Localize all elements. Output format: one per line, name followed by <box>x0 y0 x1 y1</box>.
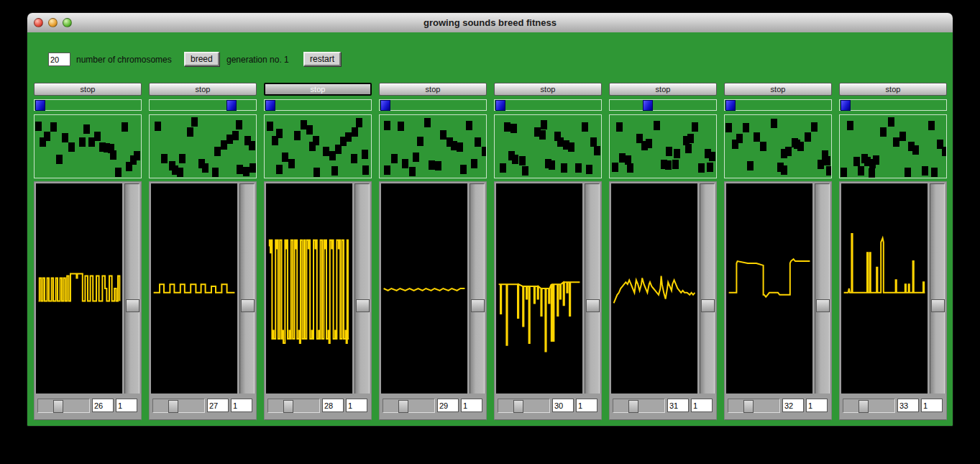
note <box>869 159 876 168</box>
count-field[interactable] <box>461 399 482 412</box>
horizontal-slider[interactable] <box>267 399 320 413</box>
note <box>179 154 186 163</box>
title-bar[interactable]: growing sounds breed fitness <box>27 13 953 33</box>
stop-button[interactable]: stop <box>609 83 717 96</box>
playhead-bar[interactable] <box>149 99 257 111</box>
playhead-bar[interactable] <box>724 99 832 111</box>
vertical-scrollbar[interactable] <box>124 183 139 394</box>
zoom-button[interactable] <box>63 18 72 27</box>
index-field[interactable] <box>437 399 459 412</box>
playhead-indicator[interactable] <box>495 100 505 111</box>
note <box>754 132 760 142</box>
playhead-bar[interactable] <box>494 99 602 111</box>
horizontal-slider[interactable] <box>498 399 550 413</box>
vertical-scrollbar[interactable] <box>239 183 255 394</box>
count-field[interactable] <box>116 399 137 412</box>
playhead-indicator[interactable] <box>226 100 237 111</box>
stop-button[interactable]: stop <box>264 83 372 96</box>
playhead-bar[interactable] <box>34 99 142 111</box>
restart-button[interactable]: restart <box>303 52 341 66</box>
vertical-scrollbar[interactable] <box>585 183 600 394</box>
slider-thumb[interactable] <box>283 400 293 413</box>
playhead-indicator[interactable] <box>380 100 390 111</box>
scrollbar-thumb[interactable] <box>241 299 255 312</box>
stop-button[interactable]: stop <box>724 83 832 96</box>
chromosomes-input[interactable] <box>48 53 70 66</box>
stop-button[interactable]: stop <box>379 83 487 96</box>
horizontal-slider[interactable] <box>37 399 90 413</box>
note <box>384 165 390 175</box>
horizontal-slider[interactable] <box>613 399 665 413</box>
note <box>155 122 161 131</box>
note <box>811 122 818 132</box>
count-field[interactable] <box>806 399 828 412</box>
note <box>237 165 243 174</box>
vertical-scrollbar[interactable] <box>815 183 830 394</box>
count-field[interactable] <box>576 399 597 412</box>
playhead-indicator[interactable] <box>841 100 851 111</box>
note <box>672 160 679 169</box>
scrollbar-thumb[interactable] <box>586 299 600 312</box>
stop-button[interactable]: stop <box>839 83 947 96</box>
stop-button[interactable]: stop <box>494 83 602 96</box>
note <box>191 117 198 127</box>
index-field[interactable] <box>552 399 574 412</box>
breed-button[interactable]: breed <box>184 52 219 66</box>
sound-panel <box>149 181 257 420</box>
vertical-scrollbar[interactable] <box>930 183 945 394</box>
vertical-scrollbar[interactable] <box>700 183 715 394</box>
minimize-button[interactable] <box>48 18 58 27</box>
screen: growing sounds breed fitness number of c… <box>0 0 980 464</box>
slider-thumb[interactable] <box>168 400 178 413</box>
slider-thumb[interactable] <box>53 400 63 413</box>
note <box>549 160 555 170</box>
playhead-bar[interactable] <box>839 99 947 111</box>
scrollbar-thumb[interactable] <box>126 299 139 312</box>
count-field[interactable] <box>921 399 943 412</box>
stop-button[interactable]: stop <box>149 83 257 96</box>
index-field[interactable] <box>897 399 919 412</box>
scrollbar-thumb[interactable] <box>701 299 715 312</box>
horizontal-slider[interactable] <box>152 399 205 413</box>
stop-button[interactable]: stop <box>34 83 142 96</box>
count-field[interactable] <box>346 399 367 412</box>
index-field[interactable] <box>782 399 804 412</box>
close-button[interactable] <box>34 18 43 27</box>
scrollbar-thumb[interactable] <box>356 299 370 312</box>
playhead-indicator[interactable] <box>265 100 275 111</box>
slider-thumb[interactable] <box>743 400 754 413</box>
note <box>510 124 517 133</box>
note <box>417 137 423 146</box>
slider-thumb[interactable] <box>858 400 869 413</box>
playhead-bar[interactable] <box>264 99 372 111</box>
note <box>931 168 938 177</box>
index-field[interactable] <box>92 399 114 412</box>
playhead-indicator[interactable] <box>643 100 653 111</box>
vertical-scrollbar[interactable] <box>354 183 370 394</box>
generation-label: generation no. 1 <box>226 55 289 65</box>
playhead-indicator[interactable] <box>35 100 45 111</box>
slider-thumb[interactable] <box>513 400 523 413</box>
scrollbar-thumb[interactable] <box>471 299 485 312</box>
count-field[interactable] <box>231 399 252 412</box>
slider-thumb[interactable] <box>628 400 638 413</box>
note <box>687 134 694 143</box>
playhead-indicator[interactable] <box>725 100 736 111</box>
index-field[interactable] <box>667 399 689 412</box>
note <box>288 159 295 168</box>
scrollbar-thumb[interactable] <box>931 299 945 312</box>
note <box>707 163 713 172</box>
count-field[interactable] <box>691 399 713 412</box>
index-field[interactable] <box>207 399 229 412</box>
index-field[interactable] <box>322 399 344 412</box>
horizontal-slider[interactable] <box>383 399 435 413</box>
slider-thumb[interactable] <box>398 400 408 413</box>
vertical-scrollbar[interactable] <box>470 183 485 394</box>
horizontal-slider[interactable] <box>843 399 895 413</box>
scrollbar-thumb[interactable] <box>816 299 830 312</box>
horizontal-slider[interactable] <box>728 399 780 413</box>
note <box>541 120 547 129</box>
playhead-bar[interactable] <box>379 99 487 111</box>
playhead-bar[interactable] <box>609 99 717 111</box>
note <box>309 142 316 151</box>
